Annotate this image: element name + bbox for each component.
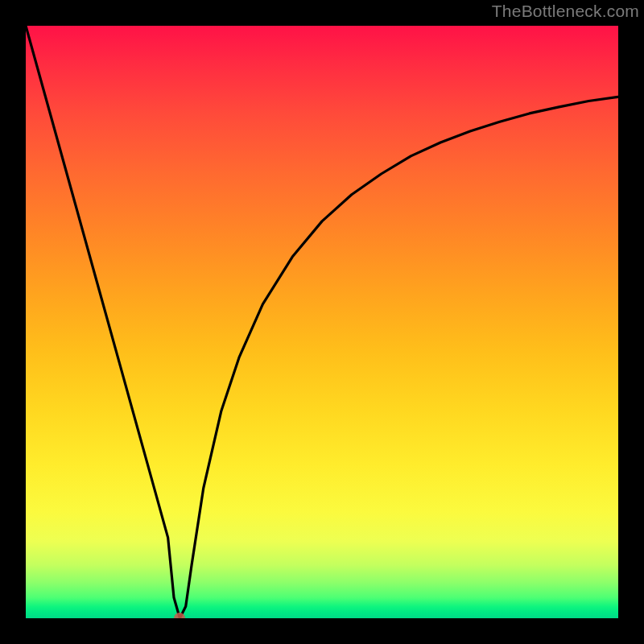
bottleneck-curve (26, 26, 618, 618)
optimal-point-marker (174, 613, 185, 618)
plot-area (26, 26, 618, 618)
chart-frame: TheBottleneck.com (0, 0, 644, 644)
watermark-text: TheBottleneck.com (492, 2, 639, 21)
